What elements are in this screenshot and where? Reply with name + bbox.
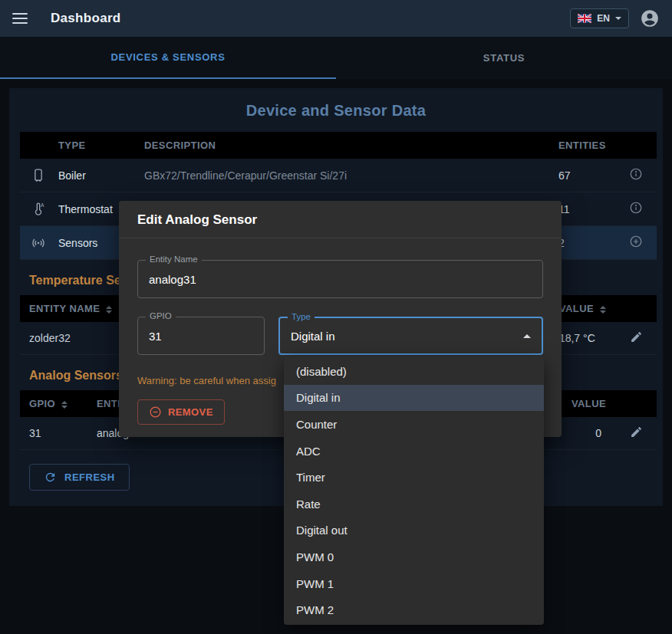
menu-item-digital-in[interactable]: Digital in — [284, 385, 544, 412]
type-label: Type — [288, 312, 315, 321]
col-gpio[interactable]: GPIO — [20, 390, 87, 417]
page-title: Device and Sensor Data — [9, 102, 663, 120]
gpio-input[interactable] — [149, 330, 253, 343]
edit-icon[interactable] — [630, 425, 643, 439]
type-selected-value: Digital in — [291, 330, 523, 343]
menu-item-disabled[interactable]: (disabled) — [284, 358, 544, 385]
sort-icon — [600, 306, 606, 314]
tab-status[interactable]: STATUS — [336, 37, 672, 79]
remove-icon — [149, 406, 162, 419]
refresh-button[interactable]: REFRESH — [29, 464, 130, 491]
device-entities: 67 — [542, 159, 615, 192]
language-label: EN — [597, 13, 610, 24]
menu-item-pwm1[interactable]: PWM 1 — [284, 570, 544, 597]
col-value: VALUE — [562, 390, 615, 417]
menu-icon[interactable] — [12, 13, 28, 24]
device-type: Boiler — [49, 159, 135, 192]
boiler-icon — [28, 168, 49, 183]
entity-value: 0 — [562, 417, 615, 450]
col-description: DESCRIPTION — [135, 132, 542, 159]
device-description: GBx72/Trendline/Cerapur/Greenstar Si/27i — [135, 159, 542, 192]
menu-item-pwm0[interactable]: PWM 0 — [284, 544, 544, 570]
entity-name-label: Entity Name — [146, 255, 202, 264]
edit-icon[interactable] — [630, 330, 643, 343]
svg-text:A: A — [41, 202, 44, 208]
menu-item-counter[interactable]: Counter — [284, 411, 544, 438]
remove-button[interactable]: REMOVE — [137, 399, 225, 425]
type-dropdown-menu: (disabled) Digital in Counter ADC Timer … — [284, 356, 544, 625]
col-type: TYPE — [49, 132, 135, 159]
sort-icon — [106, 306, 112, 314]
sort-icon — [61, 401, 68, 409]
table-header-row: TYPE DESCRIPTION ENTITIES — [20, 132, 657, 159]
menu-item-timer[interactable]: Timer — [284, 464, 544, 491]
menu-item-adc[interactable]: ADC — [284, 438, 544, 465]
menu-item-digital-out[interactable]: Digital out — [284, 517, 544, 544]
gpio-label: GPIO — [146, 311, 176, 320]
col-entities: ENTITIES — [542, 132, 615, 159]
app-bar: Dashboard EN — [0, 0, 672, 37]
gpio-field: GPIO — [137, 317, 265, 355]
tab-bar: DEVICES & SENSORS STATUS — [0, 37, 672, 79]
tab-devices-sensors[interactable]: DEVICES & SENSORS — [0, 37, 336, 79]
entity-name-input[interactable] — [149, 273, 532, 286]
uk-flag-icon — [578, 14, 591, 23]
menu-item-pwm2[interactable]: PWM 2 — [284, 596, 544, 623]
menu-item-rate[interactable]: Rate — [284, 491, 544, 517]
chevron-down-icon — [615, 17, 621, 20]
entity-name-field: Entity Name — [137, 260, 543, 298]
appbar-actions: EN — [570, 8, 660, 28]
type-select[interactable]: Type Digital in — [278, 317, 543, 355]
dialog-title: Edit Analog Sensor — [119, 201, 562, 238]
add-icon[interactable] — [629, 235, 643, 248]
info-icon[interactable] — [629, 167, 643, 181]
info-icon[interactable] — [629, 201, 643, 215]
app-title: Dashboard — [51, 11, 121, 26]
account-icon[interactable] — [640, 8, 660, 28]
caret-up-icon — [523, 334, 531, 338]
gpio-value: 31 — [20, 417, 87, 450]
refresh-icon — [44, 471, 57, 484]
thermostat-icon: A — [28, 202, 49, 217]
table-row: Boiler GBx72/Trendline/Cerapur/Greenstar… — [20, 159, 657, 192]
sensors-icon — [28, 235, 49, 251]
language-selector[interactable]: EN — [570, 8, 629, 28]
